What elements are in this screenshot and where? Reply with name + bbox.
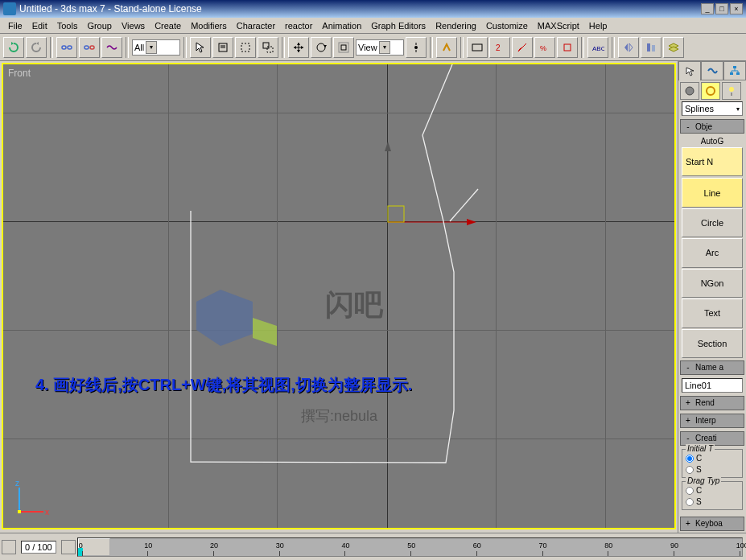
- select-scale-button[interactable]: [333, 37, 354, 58]
- svg-text:ABC: ABC: [592, 45, 604, 52]
- menu-help[interactable]: Help: [584, 19, 612, 32]
- svg-rect-9: [267, 47, 273, 52]
- close-button[interactable]: ×: [730, 3, 743, 14]
- svg-rect-18: [472, 44, 482, 51]
- redo-button[interactable]: [26, 37, 47, 58]
- layer-manager-button[interactable]: [663, 37, 684, 58]
- text-button[interactable]: Text: [682, 299, 743, 327]
- timeline-tick: [344, 551, 345, 556]
- selection-filter-combo[interactable]: All▾: [132, 39, 180, 56]
- timeline-tick-label: 60: [473, 541, 481, 550]
- svg-rect-23: [647, 43, 650, 51]
- window-crossing-button[interactable]: [258, 37, 278, 58]
- svg-rect-35: [18, 510, 21, 513]
- viewport-axis-tripod: z x: [11, 480, 52, 520]
- link-button[interactable]: [56, 37, 77, 58]
- line-button[interactable]: Line: [682, 178, 743, 207]
- svg-rect-24: [652, 45, 655, 51]
- select-object-button[interactable]: [190, 37, 211, 58]
- menu-character[interactable]: Character: [232, 19, 280, 32]
- menu-create[interactable]: Create: [150, 19, 186, 32]
- tab-modify[interactable]: [701, 61, 723, 80]
- refcoord-combo[interactable]: View▾: [356, 39, 404, 56]
- section-button[interactable]: Section: [682, 329, 743, 358]
- menu-file[interactable]: File: [3, 19, 27, 32]
- select-region-button[interactable]: [235, 37, 256, 58]
- timeline-tick: [674, 551, 674, 556]
- menu-modifiers[interactable]: Modifiers: [186, 19, 232, 32]
- snap-2d-button[interactable]: 2: [489, 37, 510, 58]
- select-by-name-button[interactable]: [212, 37, 233, 58]
- separator: [612, 37, 615, 58]
- start-new-shape-check[interactable]: Start N: [682, 147, 743, 176]
- tutorial-annotation: 4. 画好线后,按CTRL+W键,将其视图,切换为整屏显示.: [35, 374, 412, 396]
- menu-maxscript[interactable]: MAXScript: [533, 19, 584, 32]
- svg-rect-36: [733, 66, 736, 68]
- menu-rendering[interactable]: Rendering: [431, 19, 481, 32]
- svg-text:x: x: [45, 508, 49, 517]
- svg-text:%: %: [540, 44, 546, 52]
- autogrid-check[interactable]: AutoG: [678, 135, 746, 147]
- rollout-object-type[interactable]: -Obje: [680, 119, 744, 134]
- rollout-rendering[interactable]: +Rend: [680, 396, 744, 410]
- shape-type-combo[interactable]: Splines▾: [682, 101, 743, 116]
- menu-tools[interactable]: Tools: [52, 19, 83, 32]
- subtab-geometry[interactable]: [680, 82, 699, 100]
- object-name-input[interactable]: Line01: [682, 378, 743, 393]
- menu-customize[interactable]: Customize: [481, 19, 533, 32]
- timeline[interactable]: 0102030405060708090100: [77, 537, 743, 557]
- timeline-tick-label: 80: [604, 541, 612, 550]
- menu-reactor[interactable]: reactor: [280, 19, 317, 32]
- menu-edit[interactable]: Edit: [27, 19, 52, 32]
- rollout-name-color[interactable]: -Name a: [680, 360, 744, 375]
- subtab-shapes[interactable]: [701, 82, 720, 100]
- select-rotate-button[interactable]: [311, 37, 332, 58]
- tab-hierarchy[interactable]: [723, 61, 746, 80]
- initial-smooth-radio[interactable]: [686, 466, 694, 474]
- minimize-button[interactable]: _: [701, 3, 714, 14]
- separator: [581, 37, 584, 58]
- snap-percent-button[interactable]: %: [534, 37, 555, 58]
- rollout-interpolation[interactable]: +Interp: [680, 414, 744, 428]
- timeslider-next[interactable]: [61, 540, 76, 554]
- separator: [282, 37, 285, 58]
- keyboard-shortcut-button[interactable]: [467, 37, 488, 58]
- drag-smooth-radio[interactable]: [686, 498, 694, 506]
- undo-button[interactable]: [3, 37, 24, 58]
- separator: [430, 37, 433, 58]
- unlink-button[interactable]: [79, 37, 100, 58]
- menu-animation[interactable]: Animation: [317, 19, 366, 32]
- svg-rect-38: [736, 72, 740, 75]
- named-selection-button[interactable]: ABC: [587, 37, 608, 58]
- timeline-tick: [542, 551, 543, 556]
- tab-create[interactable]: [678, 61, 701, 80]
- circle-button[interactable]: Circle: [682, 208, 743, 237]
- bind-spacewarp-button[interactable]: [101, 37, 122, 58]
- align-button[interactable]: [641, 37, 662, 58]
- ngon-button[interactable]: NGon: [682, 269, 743, 298]
- drag-corner-radio[interactable]: [686, 487, 694, 495]
- command-panel: Splines▾ -Obje AutoG Start N Line Circle…: [678, 61, 746, 533]
- viewport-front[interactable]: Front: [2, 63, 676, 529]
- timeline-tick-label: 70: [539, 541, 547, 550]
- svg-rect-7: [241, 43, 249, 51]
- timeslider-prev[interactable]: [2, 540, 16, 554]
- menu-graph-editors[interactable]: Graph Editors: [366, 19, 431, 32]
- svg-rect-0: [62, 46, 66, 49]
- initial-corner-radio[interactable]: [686, 455, 694, 463]
- snap-angle-button[interactable]: [512, 37, 533, 58]
- subtab-lights[interactable]: [722, 82, 741, 100]
- svg-rect-21: [564, 44, 571, 51]
- menu-group[interactable]: Group: [82, 19, 117, 32]
- manipulate-button[interactable]: [436, 37, 457, 58]
- mirror-button[interactable]: [618, 37, 639, 58]
- timeline-tick-label: 40: [341, 541, 349, 550]
- rollout-keyboard-entry[interactable]: +Keyboa: [680, 517, 744, 531]
- menu-views[interactable]: Views: [117, 19, 150, 32]
- spinner-snap-button[interactable]: [557, 37, 578, 58]
- arc-button[interactable]: Arc: [682, 238, 743, 267]
- pivot-center-button[interactable]: [406, 37, 427, 58]
- select-move-button[interactable]: [288, 37, 309, 58]
- frame-display[interactable]: 0 / 100: [21, 541, 56, 554]
- maximize-button[interactable]: □: [715, 3, 728, 14]
